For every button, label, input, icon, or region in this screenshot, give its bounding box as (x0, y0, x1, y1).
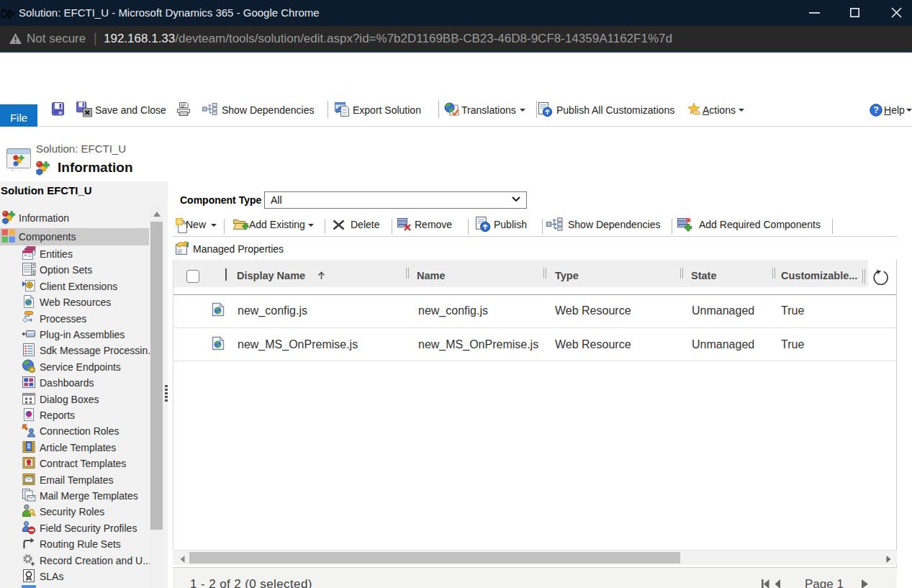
svg-text:?: ? (873, 105, 879, 115)
